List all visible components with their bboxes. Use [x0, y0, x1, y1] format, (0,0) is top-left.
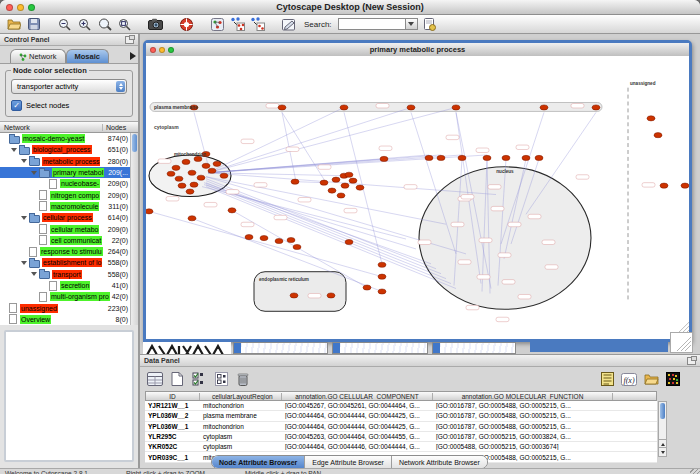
- tree-item-cellular-metabolic[interactable]: cellular metabo209(0): [0, 223, 138, 234]
- open-session-icon[interactable]: [5, 17, 22, 32]
- select-nodes-checkbox[interactable]: [11, 100, 22, 111]
- node-color-dropdown[interactable]: transporter activity: [11, 79, 127, 94]
- background-window-fragment[interactable]: [233, 342, 328, 354]
- zoom-in-icon[interactable]: [76, 17, 93, 32]
- tree-item-transport[interactable]: transport558(0): [0, 269, 138, 280]
- expander-icon[interactable]: [21, 216, 27, 220]
- control-panel-title: Control Panel: [4, 36, 50, 43]
- tree-item-overview[interactable]: Overview8(0): [0, 314, 138, 325]
- search-combobox[interactable]: [338, 18, 418, 30]
- attribute-list-icon[interactable]: [598, 370, 616, 388]
- apply-layout-b-icon[interactable]: [249, 17, 266, 32]
- zoom-window-icon[interactable]: [28, 4, 35, 11]
- background-windows-strip: [140, 342, 700, 354]
- save-session-icon[interactable]: [25, 17, 42, 32]
- float-panel-icon[interactable]: [687, 357, 696, 365]
- background-window-fragment[interactable]: [432, 342, 516, 354]
- tree-item-cell-communication[interactable]: cell communicat22(0): [0, 235, 138, 246]
- snapshot-camera-icon[interactable]: [147, 17, 164, 32]
- frame-corner-grip[interactable]: [670, 332, 693, 353]
- tree-item-cellular-process[interactable]: cellular process614(0): [0, 212, 138, 223]
- table-scrollbar[interactable]: [658, 401, 667, 457]
- search-input[interactable]: [338, 18, 405, 30]
- tab-mosaic[interactable]: Mosaic: [66, 49, 109, 63]
- tree-item-metabolic-process[interactable]: metabolic process280(0): [0, 156, 138, 167]
- tree-header-nodes[interactable]: Nodes: [103, 124, 138, 131]
- expander-icon[interactable]: [31, 171, 37, 175]
- table-scrollbar-thumb[interactable]: [660, 403, 665, 419]
- table-row[interactable]: YKR052Ccytoplasm[GO:0044464, GO:0044446,…: [145, 442, 657, 452]
- tab-scroll-right-icon[interactable]: [130, 52, 136, 60]
- tree-item-nucleobase[interactable]: nucleobase-209(0): [0, 178, 138, 189]
- expander-icon[interactable]: [31, 272, 37, 276]
- table-row[interactable]: YJR121W__1mitochondrion[GO:0045267, GO:0…: [145, 401, 657, 411]
- expander-icon[interactable]: [21, 261, 27, 265]
- birds-eye-view[interactable]: [4, 330, 134, 462]
- frame-close-icon[interactable]: [150, 47, 156, 53]
- tab-edge-attribute-browser[interactable]: Edge Attribute Browser: [305, 456, 392, 468]
- network-canvas[interactable]: plasma membrane cytoplasm mitochondrion …: [146, 56, 689, 339]
- table-row[interactable]: YPL036W__2plasma membrane[GO:0044464, GO…: [145, 411, 657, 421]
- zoom-selected-icon[interactable]: [96, 17, 113, 32]
- import-attributes-icon[interactable]: [421, 17, 438, 32]
- network-frame-titlebar[interactable]: primary metabolic process: [146, 43, 689, 57]
- cytoscape-window: Cytoscape Desktop (New Session): [0, 0, 700, 474]
- help-lifering-icon[interactable]: [178, 17, 195, 32]
- column-header-molecular-function[interactable]: annotation.GO MOLECULAR_FUNCTION: [433, 393, 613, 400]
- tree-item-mosaic-demo-yeast[interactable]: mosaic-demo-yeast874(0): [0, 133, 138, 144]
- column-header-region[interactable]: _cellularLayoutRegion: [200, 393, 282, 400]
- frame-minimize-icon[interactable]: [159, 47, 165, 53]
- tree-header-network[interactable]: Network: [0, 124, 103, 131]
- network-overview-icon[interactable]: [209, 17, 226, 32]
- zoom-fit-icon[interactable]: [116, 17, 133, 32]
- window-resize-grip[interactable]: [690, 469, 700, 474]
- select-attributes-icon[interactable]: [190, 370, 208, 388]
- column-header-cellular-component[interactable]: annotation.GO CELLULAR_COMPONENT: [282, 393, 433, 400]
- tree-item-macromolecule[interactable]: macromolecule311(0): [0, 201, 138, 212]
- apply-layout-a-icon[interactable]: [229, 17, 246, 32]
- new-attribute-icon[interactable]: [168, 370, 186, 388]
- search-dropdown-icon[interactable]: [405, 18, 418, 30]
- tree-item-primary-metabolic[interactable]: primary metabol209(...: [0, 167, 138, 178]
- tree-item-unassigned[interactable]: unassigned223(0): [0, 302, 138, 313]
- column-header-id[interactable]: ID: [146, 393, 200, 400]
- tree-item-biological-process[interactable]: biological_process651(0): [0, 144, 138, 155]
- tree-item-nitrogen-compound[interactable]: nitrogen compo209(0): [0, 189, 138, 200]
- cell-cellular: [GO:0045263, GO:0044464, GO:0044455, G..…: [281, 433, 432, 440]
- import-attribute-folder-icon[interactable]: [642, 370, 660, 388]
- minimize-window-icon[interactable]: [17, 4, 24, 11]
- tab-node-attribute-browser[interactable]: Node Attribute Browser: [212, 456, 305, 468]
- tree-item-response-to-stimulus[interactable]: response to stimulu264(0): [0, 246, 138, 257]
- data-panel-title: Data Panel: [144, 357, 180, 364]
- table-row[interactable]: YPL036W__1mitochondrion[GO:0044464, GO:0…: [145, 422, 657, 432]
- delete-attribute-trash-icon[interactable]: [234, 370, 252, 388]
- background-window-fragment[interactable]: [332, 342, 428, 354]
- expander-icon[interactable]: [11, 148, 17, 152]
- network-view-frame[interactable]: primary metabolic process: [143, 40, 692, 342]
- expander-icon[interactable]: [21, 159, 27, 163]
- tab-network-attribute-browser[interactable]: Network Attribute Browser: [392, 456, 487, 468]
- unselect-attributes-icon[interactable]: [212, 370, 230, 388]
- cell-molecular: [GO:0016787, GO:0005215, GO:0003824, G..…: [432, 433, 612, 440]
- scroll-down-icon[interactable]: [659, 447, 666, 456]
- heatmap-matrix-icon[interactable]: [664, 370, 682, 388]
- background-window-fragment[interactable]: [143, 342, 231, 354]
- tree-scrollbar-thumb[interactable]: [132, 134, 137, 152]
- tree-item-multi-organism[interactable]: multi-organism pro42(0): [0, 291, 138, 302]
- table-row[interactable]: YLR295Ccytoplasm[GO:0045263, GO:0044464,…: [145, 432, 657, 442]
- tree-item-establishment-of-localization[interactable]: establishment of lo558(0): [0, 257, 138, 268]
- unassigned-label: unassigned: [630, 81, 656, 86]
- attribute-table-icon[interactable]: [146, 370, 164, 388]
- zoom-out-icon[interactable]: [56, 17, 73, 32]
- annotation-icon[interactable]: [280, 17, 297, 32]
- cell-cellular: [GO:0044464, GO:0044444, GO:0044425, G..…: [281, 412, 432, 419]
- tab-network[interactable]: Network: [10, 49, 66, 63]
- tree-item-secretion[interactable]: secretion41(0): [0, 280, 138, 291]
- cell-id: YPL036W__2: [145, 412, 199, 419]
- tree-scrollbar[interactable]: [130, 133, 138, 325]
- function-builder-icon[interactable]: f(x): [620, 370, 638, 388]
- frame-zoom-icon[interactable]: [168, 47, 174, 53]
- close-window-icon[interactable]: [6, 4, 13, 11]
- file-icon: [39, 292, 47, 302]
- float-panel-icon[interactable]: [125, 36, 134, 44]
